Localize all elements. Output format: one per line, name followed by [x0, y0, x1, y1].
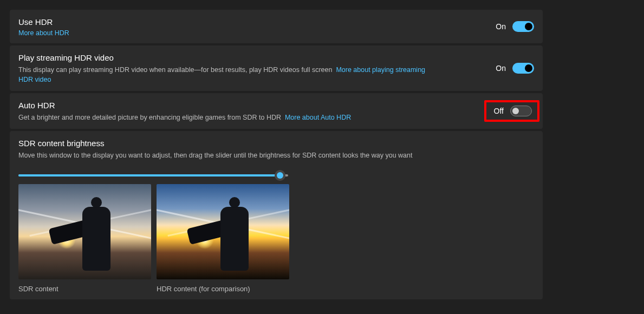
use-hdr-text: Use HDR More about HDR — [18, 16, 69, 37]
auto-hdr-more-link[interactable]: More about Auto HDR — [285, 114, 351, 121]
play-streaming-hdr-title: Play streaming HDR video — [18, 52, 441, 64]
play-streaming-hdr-toggle[interactable] — [512, 63, 534, 74]
auto-hdr-desc: Get a brighter and more detailed picture… — [18, 113, 351, 122]
play-streaming-hdr-toggle-group: On — [496, 63, 534, 74]
brightness-preview-row: SDR content HDR content (for comparison) — [18, 184, 534, 293]
use-hdr-title: Use HDR — [18, 16, 69, 28]
sdr-brightness-slider-thumb[interactable] — [275, 170, 285, 181]
sdr-brightness-desc: Move this window to the display you want… — [18, 151, 534, 160]
auto-hdr-toggle-group: Off — [494, 106, 532, 116]
use-hdr-toggle-group: On — [496, 21, 534, 32]
sdr-brightness-card: SDR content brightness Move this window … — [10, 131, 543, 299]
auto-hdr-desc-text: Get a brighter and more detailed picture… — [18, 114, 281, 121]
use-hdr-state-label: On — [496, 22, 506, 31]
hdr-preview-image — [157, 184, 289, 279]
play-streaming-hdr-state-label: On — [496, 64, 506, 73]
auto-hdr-card: Auto HDR Get a brighter and more detaile… — [10, 93, 543, 129]
sdr-preview-caption: SDR content — [18, 285, 151, 293]
sdr-preview: SDR content — [18, 184, 151, 293]
sdr-brightness-slider[interactable] — [18, 174, 288, 176]
play-streaming-hdr-desc-text: This display can play streaming HDR vide… — [18, 66, 332, 74]
auto-hdr-title: Auto HDR — [18, 100, 351, 112]
auto-hdr-highlight: Off — [484, 100, 539, 122]
auto-hdr-toggle[interactable] — [510, 106, 532, 116]
auto-hdr-text: Auto HDR Get a brighter and more detaile… — [18, 100, 351, 122]
sdr-preview-image — [18, 184, 151, 279]
hdr-settings-page: Use HDR More about HDR On Play streaming… — [0, 0, 552, 311]
use-hdr-card: Use HDR More about HDR On — [10, 10, 543, 43]
hdr-preview: HDR content (for comparison) — [157, 184, 289, 293]
sdr-brightness-title: SDR content brightness — [18, 138, 534, 149]
play-streaming-hdr-card: Play streaming HDR video This display ca… — [10, 45, 543, 91]
sdr-brightness-slider-fill — [18, 174, 280, 176]
play-streaming-hdr-desc: This display can play streaming HDR vide… — [18, 65, 441, 84]
use-hdr-toggle[interactable] — [512, 21, 534, 32]
use-hdr-more-link[interactable]: More about HDR — [18, 29, 69, 37]
play-streaming-hdr-text: Play streaming HDR video This display ca… — [18, 52, 441, 84]
auto-hdr-state-label: Off — [494, 107, 504, 115]
hdr-preview-caption: HDR content (for comparison) — [157, 285, 289, 293]
